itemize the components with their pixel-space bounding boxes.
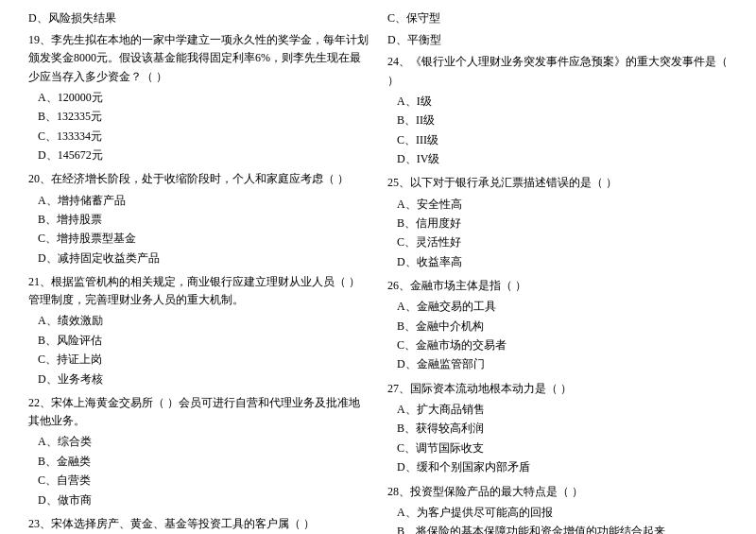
q20-option-d: D、减持固定收益类产品 [38, 249, 369, 267]
q25-options: A、安全性高 B、信用度好 C、灵活性好 D、收益率高 [397, 195, 728, 272]
q19-option-c: C、133334元 [38, 127, 369, 146]
q26-option-c: C、金融市场的交易者 [397, 336, 728, 354]
q24-title: 24、《银行业个人理财业务突发事件应急预案》的重大突发事件是（ ） [387, 53, 728, 89]
q21-option-d: D、业务考核 [38, 370, 369, 388]
q24-option-a: A、I级 [397, 92, 728, 111]
top-d2-item: D、平衡型 [387, 31, 728, 49]
q28-title: 28、投资型保险产品的最大特点是（ ） [387, 483, 728, 501]
q25-title: 25、以下对于银行承兑汇票描述错误的是（ ） [387, 174, 728, 192]
q22-option-a: A、综合类 [38, 432, 369, 451]
q19-options: A、120000元 B、132335元 C、133334元 D、145672元 [38, 88, 369, 165]
q24-option-c: C、III级 [397, 130, 728, 149]
q27-options: A、扩大商品销售 B、获得较高利润 C、调节国际收支 D、缓和个别国家内部矛盾 [397, 400, 728, 477]
question-27: 27、国际资本流动地根本动力是（ ） A、扩大商品销售 B、获得较高利润 C、调… [387, 380, 728, 477]
top-d-text: D、风险损失结果 [28, 11, 116, 25]
q20-title: 20、在经济增长阶段，处于收缩阶段时，个人和家庭应考虑（ ） [28, 170, 369, 188]
q26-options: A、金融交易的工具 B、金融中介机构 C、金融市场的交易者 D、金融监管部门 [397, 297, 728, 374]
left-column: D、风险损失结果 19、李先生拟在本地的一家中学建立一项永久性的奖学金，每年计划… [28, 9, 369, 534]
q20-option-c: C、增持股票型基金 [38, 229, 369, 248]
q25-option-d: D、收益率高 [397, 252, 728, 271]
q24-options: A、I级 B、II级 C、III级 D、IV级 [397, 92, 728, 169]
q26-option-d: D、金融监管部门 [397, 354, 728, 373]
top-c-text: C、保守型 [387, 11, 440, 25]
question-22: 22、宋体上海黄金交易所（ ）会员可进行自营和代理业务及批准地其他业务。 A、综… [28, 394, 369, 509]
q26-option-a: A、金融交易的工具 [397, 297, 728, 316]
question-19: 19、李先生拟在本地的一家中学建立一项永久性的奖学金，每年计划颁发奖金8000元… [28, 31, 369, 164]
top-c-item: C、保守型 [387, 9, 728, 27]
q21-title: 21、根据监管机构的相关规定，商业银行应建立理财从业人员（ ）管理制度，完善理财… [28, 273, 369, 309]
q23-title: 23、宋体选择房产、黄金、基金等投资工具的客户属（ ） [28, 515, 369, 533]
q22-option-b: B、金融类 [38, 452, 369, 471]
q21-option-c: C、持证上岗 [38, 350, 369, 369]
right-column: C、保守型 D、平衡型 24、《银行业个人理财业务突发事件应急预案》的重大突发事… [387, 9, 728, 534]
question-20: 20、在经济增长阶段，处于收缩阶段时，个人和家庭应考虑（ ） A、增持储蓄产品 … [28, 170, 369, 267]
q22-options: A、综合类 B、金融类 C、自营类 D、做市商 [38, 432, 369, 509]
q25-option-a: A、安全性高 [397, 195, 728, 214]
q24-option-b: B、II级 [397, 111, 728, 129]
q27-option-a: A、扩大商品销售 [397, 400, 728, 419]
q26-title: 26、金融市场主体是指（ ） [387, 277, 728, 295]
q25-option-b: B、信用度好 [397, 214, 728, 233]
q25-option-c: C、灵活性好 [397, 233, 728, 251]
q26-option-b: B、金融中介机构 [397, 317, 728, 336]
q21-option-a: A、绩效激励 [38, 311, 369, 330]
q21-option-b: B、风险评估 [38, 331, 369, 350]
q20-option-a: A、增持储蓄产品 [38, 191, 369, 210]
q19-option-b: B、132335元 [38, 107, 369, 126]
question-21: 21、根据监管机构的相关规定，商业银行应建立理财从业人员（ ）管理制度，完善理财… [28, 273, 369, 388]
q19-title: 19、李先生拟在本地的一家中学建立一项永久性的奖学金，每年计划颁发奖金8000元… [28, 31, 369, 86]
q19-option-a: A、120000元 [38, 88, 369, 107]
question-23: 23、宋体选择房产、黄金、基金等投资工具的客户属（ ） A、进取型 B、稳健型 [28, 515, 369, 534]
q24-option-d: D、IV级 [397, 149, 728, 168]
q22-title: 22、宋体上海黄金交易所（ ）会员可进行自营和代理业务及批准地其他业务。 [28, 394, 369, 430]
q21-options: A、绩效激励 B、风险评估 C、持证上岗 D、业务考核 [38, 311, 369, 388]
top-d2-text: D、平衡型 [387, 33, 441, 46]
q20-option-b: B、增持股票 [38, 210, 369, 229]
q22-option-c: C、自营类 [38, 471, 369, 490]
question-26: 26、金融市场主体是指（ ） A、金融交易的工具 B、金融中介机构 C、金融市场… [387, 277, 728, 374]
q19-option-d: D、145672元 [38, 146, 369, 164]
q27-option-b: B、获得较高利润 [397, 419, 728, 438]
q27-title: 27、国际资本流动地根本动力是（ ） [387, 380, 728, 398]
q27-option-d: D、缓和个别国家内部矛盾 [397, 457, 728, 476]
q20-options: A、增持储蓄产品 B、增持股票 C、增持股票型基金 D、减持固定收益类产品 [38, 191, 369, 268]
q28-option-a: A、为客户提供尽可能高的回报 [397, 503, 728, 522]
question-24: 24、《银行业个人理财业务突发事件应急预案》的重大突发事件是（ ） A、I级 B… [387, 53, 728, 168]
question-25: 25、以下对于银行承兑汇票描述错误的是（ ） A、安全性高 B、信用度好 C、灵… [387, 174, 728, 271]
top-d-item: D、风险损失结果 [28, 9, 369, 27]
question-28: 28、投资型保险产品的最大特点是（ ） A、为客户提供尽可能高的回报 B、将保险… [387, 483, 728, 534]
q28-options: A、为客户提供尽可能高的回报 B、将保险的基本保障功能和资金增值的功能结合起来 … [397, 503, 728, 534]
q27-option-c: C、调节国际收支 [397, 439, 728, 457]
q28-option-b: B、将保险的基本保障功能和资金增值的功能结合起来 [397, 522, 728, 534]
q22-option-d: D、做市商 [38, 491, 369, 509]
